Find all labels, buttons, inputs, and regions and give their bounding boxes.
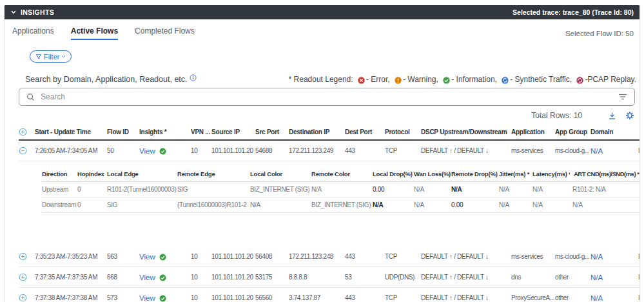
panel-titlebar[interactable]: INSIGHTS Selected trace: trace_80 (Trace… [4, 5, 640, 19]
info-icon[interactable] [190, 74, 197, 81]
domain-link[interactable]: N/A [590, 274, 603, 281]
view-insights-link[interactable]: View [139, 253, 155, 261]
hop-row-upstream: Upstream 0 R101-2(Tunnel16000003) SIG BI… [42, 182, 640, 197]
view-insights-link[interactable]: View [139, 294, 155, 302]
search-icon [26, 93, 35, 101]
information-readout-icon [159, 295, 166, 302]
expand-row-icon[interactable] [19, 273, 27, 281]
information-readout-icon [159, 148, 166, 155]
search-input[interactable] [41, 92, 612, 101]
selected-flow-label: Selected Flow ID: 50 [565, 30, 634, 37]
synthetic-traffic-icon [502, 77, 509, 84]
filter-button[interactable]: Filter [30, 50, 72, 63]
expand-all-icon[interactable] [19, 128, 27, 136]
insights-panel: INSIGHTS Selected trace: trace_80 (Trace… [4, 5, 640, 302]
expand-row-icon[interactable] [19, 294, 27, 302]
table-row-flow-563: 7:35:23 AM-7:35:23 AM 563 View 10 101.10… [19, 247, 640, 267]
tab-completed-flows[interactable]: Completed Flows [135, 26, 195, 40]
expand-row-icon[interactable] [19, 252, 27, 261]
download-icon[interactable] [608, 112, 616, 120]
gear-icon[interactable] [625, 111, 634, 120]
expanded-row-detail: Direction HopIndex Local Edge Remote Edg… [19, 161, 640, 247]
pcap-replay-icon [576, 77, 583, 84]
view-insights-link[interactable]: View [139, 274, 155, 281]
domain-link[interactable]: N/A [590, 253, 603, 261]
table-header: Start - Update Time Flow ID Insights * V… [19, 126, 640, 140]
tab-bar: Applications Active Flows Completed Flow… [5, 19, 639, 40]
warning-icon [395, 77, 402, 84]
funnel-icon [35, 54, 42, 60]
filter-list-icon[interactable] [618, 93, 627, 101]
selected-trace-label: Selected trace: trace_80 (Trace Id: 80) [512, 8, 634, 16]
collapse-row-icon[interactable] [19, 146, 27, 155]
tab-active-flows[interactable]: Active Flows [71, 26, 118, 40]
collapse-chevron-icon [10, 9, 17, 15]
information-icon [443, 77, 450, 84]
table-row-flow-50: 7:26:05 AM-7:34:05 AM 50 View 10 101.101… [19, 140, 640, 161]
total-rows-label: Total Rows: 10 [531, 111, 582, 120]
hop-row-downstream: Downstream 0 SIG (Tunnel16000003)R101-2 … [42, 197, 640, 213]
table-row-flow-573: 7:37:38 AM-7:37:38 AM 573 View 10 101.10… [19, 288, 640, 302]
domain-link[interactable]: N/A [590, 294, 603, 302]
error-icon [358, 77, 365, 84]
chevron-down-icon [61, 54, 66, 59]
flows-table: Start - Update Time Flow ID Insights * V… [19, 126, 639, 302]
panel-title: INSIGHTS [21, 8, 54, 16]
search-help-label: Search by Domain, Application, Readout, … [25, 75, 188, 84]
readout-legend: * Readout Legend: - Error, - Warning, - … [289, 75, 636, 84]
search-bar[interactable] [19, 88, 635, 106]
domain-link[interactable]: N/A [590, 147, 603, 155]
hop-detail-table: Direction HopIndex Local Edge Remote Edg… [42, 168, 640, 213]
information-readout-icon [159, 254, 166, 261]
information-readout-icon [159, 274, 166, 281]
tab-applications[interactable]: Applications [12, 26, 54, 40]
view-insights-link[interactable]: View [139, 147, 155, 155]
table-row-flow-668: 7:37:35 AM-7:37:35 AM 668 View 10 101.10… [19, 267, 640, 288]
